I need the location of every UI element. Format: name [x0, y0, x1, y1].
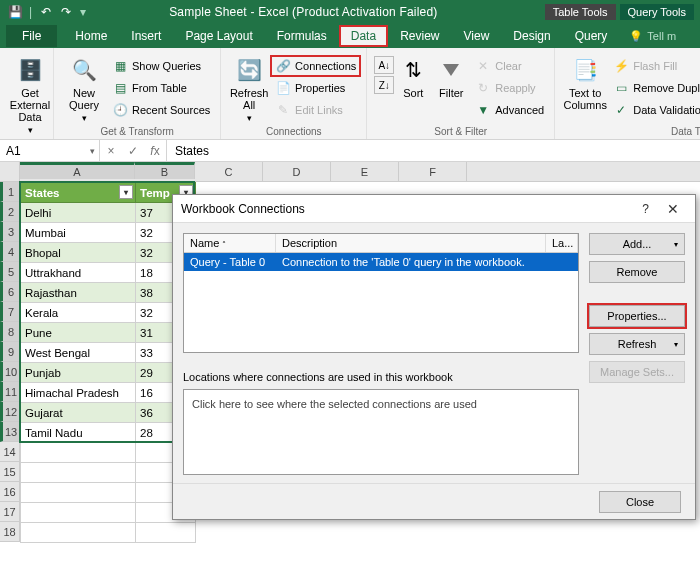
row-header[interactable]: 13 [0, 422, 19, 442]
tab-insert[interactable]: Insert [119, 25, 173, 47]
table-row[interactable]: Mumbai32 [21, 223, 196, 243]
name-box[interactable]: A1 [0, 140, 100, 161]
row-header[interactable]: 3 [0, 222, 19, 242]
cell[interactable]: Punjab [21, 363, 136, 383]
table-row[interactable] [21, 483, 196, 503]
row-header[interactable]: 11 [0, 382, 19, 402]
remove-button[interactable]: Remove [589, 261, 685, 283]
filter-button[interactable]: Filter [431, 52, 471, 99]
sort-asc-button[interactable]: A↓ [374, 56, 394, 74]
list-col-last[interactable]: La... [546, 234, 578, 252]
properties-button[interactable]: 📄Properties [271, 78, 360, 98]
row-header[interactable]: 7 [0, 302, 19, 322]
table-row[interactable]: Himachal Pradesh16 [21, 383, 196, 403]
row-header[interactable]: 1 [0, 182, 19, 202]
filter-dropdown-icon[interactable]: ▾ [119, 185, 133, 199]
list-row-selected[interactable]: Query - Table 0 Connection to the 'Table… [184, 253, 578, 271]
cell[interactable]: Mumbai [21, 223, 136, 243]
table-row[interactable]: Bhopal32 [21, 243, 196, 263]
cell[interactable]: Pune [21, 323, 136, 343]
remove-duplicates-button[interactable]: ▭Remove Dupl [609, 78, 700, 98]
table-row[interactable] [21, 523, 196, 543]
new-query-button[interactable]: 🔍 New Query ▾ [60, 52, 108, 123]
row-header[interactable]: 10 [0, 362, 19, 382]
table-header-states[interactable]: States▾ [21, 183, 136, 203]
tab-data[interactable]: Data [339, 25, 388, 47]
tab-formulas[interactable]: Formulas [265, 25, 339, 47]
cell[interactable]: Uttrakhand [21, 263, 136, 283]
column-headers[interactable]: A B C D E F [20, 162, 700, 182]
cell[interactable]: Kerala [21, 303, 136, 323]
table-row[interactable] [21, 503, 196, 523]
col-header-d[interactable]: D [263, 162, 331, 181]
cell[interactable]: Delhi [21, 203, 136, 223]
dialog-titlebar[interactable]: Workbook Connections ? ✕ [173, 195, 695, 223]
row-header[interactable]: 6 [0, 282, 19, 302]
list-col-description[interactable]: Description [276, 234, 546, 252]
add-button[interactable]: Add... [589, 233, 685, 255]
connections-list[interactable]: Name ˄ Description La... Query - Table 0… [183, 233, 579, 353]
table-row[interactable]: Tamil Nadu28 [21, 423, 196, 443]
cell[interactable]: Rajasthan [21, 283, 136, 303]
tab-design[interactable]: Design [501, 25, 562, 47]
save-icon[interactable]: 💾 [6, 3, 24, 21]
row-header[interactable]: 8 [0, 322, 19, 342]
cell[interactable]: Bhopal [21, 243, 136, 263]
table-row[interactable]: Kerala32 [21, 303, 196, 323]
cell[interactable]: Himachal Pradesh [21, 383, 136, 403]
text-to-columns-button[interactable]: 📑 Text to Columns [561, 52, 609, 111]
row-header[interactable]: 9 [0, 342, 19, 362]
dialog-close-button[interactable]: ✕ [659, 201, 687, 217]
formula-input[interactable]: States [167, 140, 700, 161]
col-header-f[interactable]: F [399, 162, 467, 181]
properties-button[interactable]: Properties... [589, 305, 685, 327]
row-headers[interactable]: 123456789101112131415161718 [0, 182, 20, 542]
tell-me[interactable]: 💡Tell m [619, 30, 676, 43]
sort-desc-button[interactable]: Z↓ [374, 76, 394, 94]
table-row[interactable]: Punjab29 [21, 363, 196, 383]
advanced-button[interactable]: ▼Advanced [471, 100, 548, 120]
close-button[interactable]: Close [599, 491, 681, 513]
row-header[interactable]: 14 [0, 442, 19, 462]
redo-icon[interactable]: ↷ [57, 3, 75, 21]
table-row[interactable]: Delhi37 [21, 203, 196, 223]
select-all-corner[interactable] [0, 162, 20, 182]
tab-file[interactable]: File [6, 25, 57, 47]
table-row[interactable]: Gujarat36 [21, 403, 196, 423]
data-validation-button[interactable]: ✓Data Validatio [609, 100, 700, 120]
recent-sources-button[interactable]: 🕘Recent Sources [108, 100, 214, 120]
tab-view[interactable]: View [452, 25, 502, 47]
row-header[interactable]: 2 [0, 202, 19, 222]
locations-box[interactable]: Click here to see where the selected con… [183, 389, 579, 475]
fx-button[interactable]: fx [144, 144, 166, 158]
refresh-button[interactable]: Refresh [589, 333, 685, 355]
row-header[interactable]: 16 [0, 482, 19, 502]
get-external-data-button[interactable]: 🗄️ Get External Data ▾ [6, 52, 54, 135]
dialog-help-button[interactable]: ? [632, 202, 659, 216]
row-header[interactable]: 5 [0, 262, 19, 282]
tab-query[interactable]: Query [563, 25, 620, 47]
table-row[interactable] [21, 463, 196, 483]
cancel-formula-button[interactable]: × [100, 144, 122, 158]
row-header[interactable]: 15 [0, 462, 19, 482]
table-row[interactable]: Uttrakhand18 [21, 263, 196, 283]
table-row[interactable]: West Bengal33 [21, 343, 196, 363]
col-header-c[interactable]: C [195, 162, 263, 181]
enter-formula-button[interactable]: ✓ [122, 144, 144, 158]
col-header-e[interactable]: E [331, 162, 399, 181]
tab-home[interactable]: Home [63, 25, 119, 47]
cell[interactable]: Gujarat [21, 403, 136, 423]
row-header[interactable]: 4 [0, 242, 19, 262]
sort-button[interactable]: ⇅ Sort [395, 52, 431, 99]
list-col-name[interactable]: Name ˄ [184, 234, 276, 252]
table-row[interactable]: Rajasthan38 [21, 283, 196, 303]
show-queries-button[interactable]: ▦Show Queries [108, 56, 214, 76]
tab-review[interactable]: Review [388, 25, 451, 47]
row-header[interactable]: 12 [0, 402, 19, 422]
col-header-b[interactable]: B [135, 162, 195, 179]
col-header-a[interactable]: A [20, 162, 135, 179]
undo-icon[interactable]: ↶ [37, 3, 55, 21]
connections-button[interactable]: 🔗Connections [271, 56, 360, 76]
row-header[interactable]: 18 [0, 522, 19, 542]
row-header[interactable]: 17 [0, 502, 19, 522]
